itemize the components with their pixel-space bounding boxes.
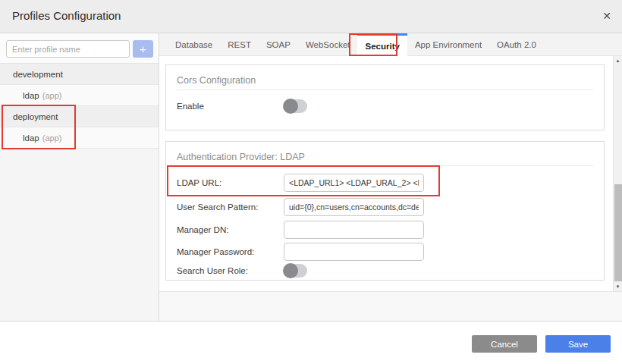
panel-bottom-strip [159, 291, 622, 321]
dialog-footer: Cancel Save [0, 321, 622, 364]
scroll-up-icon[interactable]: ▲ [614, 58, 622, 64]
tab-database[interactable]: Database [168, 33, 220, 55]
sidebar-item-ldap-deployment[interactable]: ldap (app) [0, 127, 159, 149]
profile-label: deployment [13, 112, 58, 121]
field-label: Manager Password: [177, 247, 284, 256]
section-title: Authentication Provider: LDAP [177, 152, 305, 162]
tab-oauth[interactable]: OAuth 2.0 [489, 33, 544, 55]
close-icon[interactable]: ✕ [598, 8, 615, 24]
tab-app-environment[interactable]: App Environment [407, 33, 489, 55]
sidebar-item-ldap-development[interactable]: ldap (app) [0, 85, 159, 106]
scrollbar-thumb[interactable] [614, 184, 622, 281]
tab-soap[interactable]: SOAP [259, 33, 298, 55]
toggle-knob [283, 99, 298, 114]
sidebar-item-development[interactable]: development [0, 64, 159, 85]
profile-type-suffix: (app) [42, 133, 62, 143]
field-label: LDAP URL: [177, 178, 284, 187]
field-row-user-search-pattern: User Search Pattern: [177, 198, 593, 216]
profile-label: development [13, 70, 63, 79]
ldap-url-input[interactable] [284, 174, 424, 192]
profiles-configuration-dialog: Profiles Configuration ✕ + development l… [0, 0, 622, 364]
tab-security[interactable]: Security [357, 33, 407, 56]
authentication-provider-card: Authentication Provider: LDAP LDAP URL: … [165, 141, 605, 281]
cors-enable-toggle[interactable] [284, 99, 307, 113]
security-tab-panel: Cors Configuration Enable Authentication… [159, 56, 622, 291]
field-row-manager-password: Manager Password: [177, 243, 593, 261]
field-label: Manager DN: [177, 225, 284, 234]
profile-label: ldap [23, 133, 39, 143]
field-label: User Search Pattern: [177, 202, 284, 212]
add-profile-button[interactable]: + [133, 40, 153, 58]
section-title: Cors Configuration [177, 75, 256, 86]
profile-add-row: + [0, 33, 159, 64]
cancel-button[interactable]: Cancel [472, 335, 537, 353]
settings-tabbar: Database REST SOAP WebSocket Security Ap… [159, 33, 622, 56]
save-button[interactable]: Save [545, 335, 611, 353]
tab-rest[interactable]: REST [220, 33, 259, 55]
section-divider [177, 89, 593, 90]
profile-label: ldap [23, 91, 39, 100]
dialog-header: Profiles Configuration ✕ [0, 0, 622, 33]
toggle-knob [283, 263, 298, 278]
scroll-down-icon[interactable]: ▼ [614, 284, 622, 290]
user-search-pattern-input[interactable] [284, 198, 424, 216]
field-row-ldap-url: LDAP URL: [177, 174, 593, 192]
profiles-sidebar: + development ldap (app) deployment ldap… [0, 33, 159, 321]
field-row-enable: Enable [177, 99, 593, 113]
vertical-scrollbar[interactable]: ▲ ▼ [613, 56, 622, 291]
search-user-role-toggle[interactable] [284, 264, 307, 278]
field-row-manager-dn: Manager DN: [177, 221, 593, 239]
cors-configuration-card: Cors Configuration Enable [165, 64, 605, 130]
section-divider [177, 165, 593, 166]
field-row-search-user-role: Search User Role: [177, 264, 593, 278]
field-label: Enable [177, 102, 284, 111]
sidebar-item-deployment[interactable]: deployment [0, 106, 159, 127]
dialog-title: Profiles Configuration [12, 9, 121, 22]
manager-password-input[interactable] [284, 243, 424, 261]
manager-dn-input[interactable] [284, 221, 424, 239]
tab-websocket[interactable]: WebSocket [298, 33, 358, 55]
profile-name-input[interactable] [6, 40, 130, 58]
profile-type-suffix: (app) [42, 91, 62, 100]
field-label: Search User Role: [177, 266, 284, 275]
